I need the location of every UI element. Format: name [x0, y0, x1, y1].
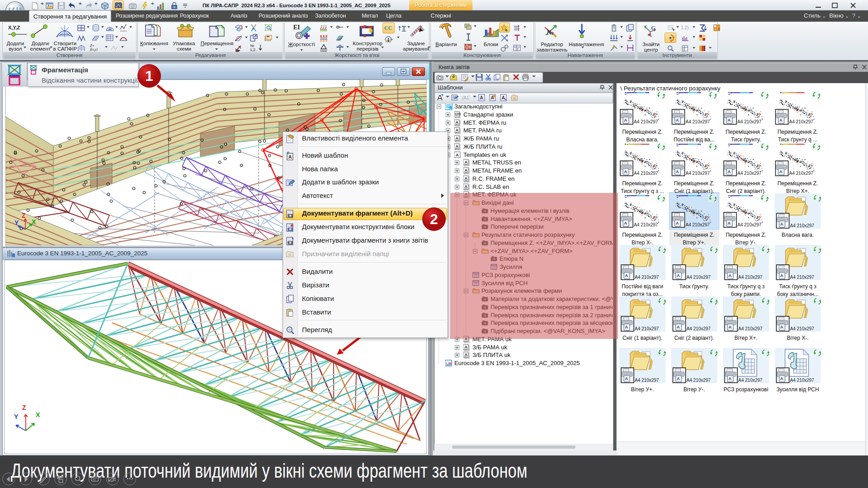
svg-text:EI: EI	[293, 24, 300, 31]
svg-text:A4 210x297: A4 210x297	[686, 171, 710, 176]
svg-text:A4 210x297: A4 210x297	[635, 326, 659, 331]
svg-text:Z: Z	[22, 404, 26, 411]
svg-text:A: A	[455, 128, 458, 132]
svg-text:A4 210x297: A4 210x297	[687, 378, 711, 383]
svg-text:A4 210x297: A4 210x297	[789, 171, 814, 176]
svg-text:Z: Z	[22, 212, 26, 219]
svg-text:Y: Y	[14, 413, 19, 420]
svg-text:1: 1	[145, 68, 153, 84]
svg-text:A4 210x297: A4 210x297	[635, 378, 659, 383]
svg-text:A4 210x297: A4 210x297	[738, 378, 763, 383]
svg-text:A4 210x297: A4 210x297	[634, 119, 658, 124]
svg-text:(A1: (A1	[462, 95, 469, 100]
svg-text:A4 210x297: A4 210x297	[790, 275, 815, 280]
svg-text:Y: Y	[14, 219, 19, 226]
svg-text:A4 210x297: A4 210x297	[634, 222, 658, 227]
svg-text:A4 210x297: A4 210x297	[790, 223, 815, 228]
svg-text:A: A	[464, 160, 467, 164]
svg-text:A: A	[455, 136, 458, 141]
svg-text:A4 210x297: A4 210x297	[737, 222, 762, 227]
svg-text:A: A	[502, 95, 505, 100]
svg-text:A4 210x297: A4 210x297	[790, 378, 815, 383]
svg-text:A4 210x297: A4 210x297	[738, 326, 763, 331]
svg-text:A4 210x297: A4 210x297	[789, 119, 814, 124]
svg-text:A4 210x297: A4 210x297	[687, 275, 711, 280]
svg-text:A4 210x297: A4 210x297	[634, 171, 658, 176]
svg-text:A: A	[455, 120, 458, 125]
svg-text:A: A	[464, 168, 467, 173]
svg-text:X: X	[36, 411, 40, 418]
svg-text:№: №	[547, 28, 554, 36]
svg-text:A4 210x297: A4 210x297	[737, 119, 762, 124]
svg-text:A: A	[288, 253, 291, 257]
svg-text:1.2): 1.2)	[681, 25, 689, 30]
svg-text:G: G	[651, 24, 656, 31]
svg-text:A4 210x297: A4 210x297	[737, 171, 762, 176]
svg-text:A: A	[464, 176, 467, 181]
svg-text:A4 210x297: A4 210x297	[686, 222, 710, 227]
svg-text:A: A	[513, 96, 516, 101]
svg-text:A: A	[288, 154, 292, 160]
svg-text:A: A	[464, 352, 467, 357]
svg-text:A: A	[456, 152, 459, 157]
svg-text:A: A	[464, 345, 467, 349]
svg-text:A: A	[464, 184, 467, 189]
svg-text:2: 2	[430, 211, 438, 227]
svg-text:CC: CC	[384, 25, 392, 31]
svg-text:f(x,y): f(x,y)	[90, 47, 98, 52]
svg-text:X: X	[32, 218, 36, 225]
svg-text:STD: STD	[455, 113, 461, 116]
svg-text:A4 210x297: A4 210x297	[738, 275, 763, 280]
svg-text:X,Y,Z: X,Y,Z	[8, 25, 20, 30]
svg-text:1,2..: 1,2..	[250, 47, 258, 52]
svg-text:A: A	[480, 95, 483, 100]
svg-text:A4 210x297: A4 210x297	[635, 275, 659, 280]
svg-text:A4 210x297: A4 210x297	[686, 119, 710, 124]
svg-text:A4 210x297: A4 210x297	[790, 326, 815, 331]
svg-text:A4 210x297: A4 210x297	[687, 326, 711, 331]
svg-text:LIB: LIB	[446, 362, 451, 365]
svg-text:C: C	[683, 48, 685, 51]
svg-text:A: A	[455, 144, 458, 149]
